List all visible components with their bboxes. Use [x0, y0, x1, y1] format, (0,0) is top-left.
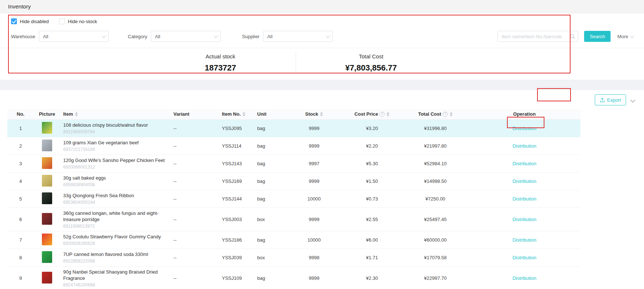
product-thumbnail[interactable] — [42, 122, 52, 134]
table-row[interactable]: 4 30g salt baked eggs 6959836904058 -- Y… — [7, 172, 580, 190]
item-cell: 30g salt baked eggs 6959836904058 — [60, 172, 170, 190]
search-box — [497, 31, 578, 42]
item-name: 109 grams Xian Ge vegetarian beef — [63, 140, 168, 146]
warehouse-select[interactable]: All — [39, 31, 109, 42]
column-header-cost-price[interactable]: Cost Price ? — [342, 109, 402, 119]
table-row[interactable]: 9 90g Nanbei Special Shaoyang Braised Dr… — [7, 266, 580, 289]
supplier-select[interactable]: All — [263, 31, 333, 42]
unit-cell: box — [254, 207, 287, 231]
hide-disabled-checkbox-group[interactable]: Hide disabled — [11, 18, 49, 24]
item-name: 90g Nanbei Special Shaoyang Braised Drie… — [63, 269, 168, 282]
collapse-chevron-icon[interactable] — [630, 98, 635, 102]
distribution-link[interactable]: Distribution — [512, 255, 536, 260]
distribution-link[interactable]: Distribution — [512, 196, 536, 202]
item-barcode: 6953604500244 — [63, 200, 168, 205]
hide-no-stock-checkbox-group[interactable]: Hide no-stock — [59, 18, 97, 24]
sort-icon[interactable] — [386, 112, 389, 116]
more-filters-toggle[interactable]: More — [617, 34, 633, 39]
row-number: 1 — [7, 119, 34, 137]
inventory-page: Inventory Hide disabled Hide no-stock Wa… — [0, 0, 644, 289]
total-cost-cell: ¥14998.50 — [402, 172, 468, 190]
column-header-item[interactable]: Item — [60, 109, 170, 119]
stock-cell: 9997 — [287, 155, 342, 172]
distribution-link[interactable]: Distribution — [512, 275, 536, 281]
export-button[interactable]: Export — [595, 94, 626, 105]
hide-disabled-checkbox[interactable] — [11, 18, 17, 24]
stock-cell: 10000 — [287, 231, 342, 249]
distribution-link[interactable]: Distribution — [512, 237, 536, 243]
warehouse-filter: Warehouse All — [11, 31, 109, 42]
row-number: 2 — [7, 137, 34, 155]
column-header-item-no[interactable]: Item No. — [219, 109, 254, 119]
table-row[interactable]: 7 52g Coolulu Strawberry Flavor Gummy Ca… — [7, 231, 580, 249]
unit-cell: bag — [254, 231, 287, 249]
picture-cell — [34, 231, 60, 249]
category-select[interactable]: All — [151, 31, 221, 42]
stock-cell: 9999 — [287, 207, 342, 231]
column-header-stock[interactable]: Stock — [287, 109, 342, 119]
product-thumbnail[interactable] — [42, 192, 52, 204]
variant-cell: -- — [170, 137, 219, 155]
total-cost-cell: ¥31996.80 — [402, 119, 468, 137]
distribution-link[interactable]: Distribution — [512, 161, 536, 166]
operation-cell: Distribution — [468, 137, 580, 155]
table-row[interactable]: 3 120g Good Wife's Sansho Pepper Chicken… — [7, 155, 580, 172]
column-header-operation: Operation — [468, 109, 580, 119]
search-input[interactable] — [497, 31, 578, 42]
item-cell: 120g Good Wife's Sansho Pepper Chicken F… — [60, 155, 170, 172]
search-icon[interactable] — [569, 33, 575, 39]
operation-cell: Distribution — [468, 231, 580, 249]
help-icon[interactable]: ? — [443, 112, 448, 117]
distribution-link[interactable]: Distribution — [512, 178, 536, 184]
table-row[interactable]: 6 360g canned longan, white fungus and e… — [7, 207, 580, 231]
variant-cell: -- — [170, 231, 219, 249]
picture-cell — [34, 266, 60, 289]
table-row[interactable]: 2 109 grams Xian Ge vegetarian beef 6937… — [7, 137, 580, 155]
search-button[interactable]: Search — [584, 31, 611, 42]
item-barcode: 6924746200668 — [63, 282, 168, 288]
table-row[interactable]: 1 108 delicious crispy biscuit/walnut fl… — [7, 119, 580, 137]
picture-cell — [34, 207, 60, 231]
actual-stock-value: 1873727 — [147, 63, 294, 73]
sort-icon[interactable] — [450, 112, 453, 116]
total-cost-cell: ¥52984.10 — [402, 155, 468, 172]
help-icon[interactable]: ? — [379, 112, 385, 117]
total-cost-cell: ¥22997.70 — [402, 266, 468, 289]
item-cell: 33g Qionglong Fresh Sea Ribbon 695360450… — [60, 190, 170, 207]
unit-cell: bag — [254, 266, 287, 289]
sort-icon[interactable] — [242, 112, 245, 116]
product-thumbnail[interactable] — [42, 175, 52, 187]
chevron-down-icon — [326, 34, 330, 38]
total-cost-cell: ¥60000.00 — [402, 231, 468, 249]
product-thumbnail[interactable] — [42, 157, 52, 169]
hide-no-stock-checkbox[interactable] — [59, 18, 65, 24]
distribution-link[interactable]: Distribution — [512, 143, 536, 149]
variant-cell: -- — [170, 249, 219, 266]
sort-icon[interactable] — [75, 112, 78, 116]
table-row[interactable]: 8 7UP canned lemon flavored soda 330ml 6… — [7, 249, 580, 266]
category-label: Category — [128, 34, 147, 39]
total-cost-cell: ¥25497.45 — [402, 207, 468, 231]
checkbox-row: Hide disabled Hide no-stock — [11, 18, 633, 25]
row-number: 8 — [7, 249, 34, 266]
item-cell: 52g Coolulu Strawberry Flavor Gummy Cand… — [60, 231, 170, 249]
column-header-unit: Unit — [254, 109, 287, 119]
table-row[interactable]: 5 33g Qionglong Fresh Sea Ribbon 6953604… — [7, 190, 580, 207]
product-thumbnail[interactable] — [42, 234, 52, 245]
product-thumbnail[interactable] — [42, 213, 52, 225]
product-thumbnail[interactable] — [42, 251, 52, 263]
picture-cell — [34, 249, 60, 266]
stock-cell: 9999 — [287, 266, 342, 289]
product-thumbnail[interactable] — [42, 140, 52, 151]
item-barcode: 6933066001312 — [63, 165, 168, 170]
distribution-link[interactable]: Distribution — [512, 126, 536, 131]
variant-cell: -- — [170, 172, 219, 190]
column-header-total-cost[interactable]: Total Cost ? — [402, 109, 468, 119]
distribution-link[interactable]: Distribution — [512, 217, 536, 222]
item-barcode: 6911988009784 — [63, 129, 168, 134]
stock-cell: 10000 — [287, 190, 342, 207]
row-number: 6 — [7, 207, 34, 231]
sort-icon[interactable] — [320, 112, 323, 116]
picture-cell — [34, 119, 60, 137]
product-thumbnail[interactable] — [42, 272, 52, 283]
